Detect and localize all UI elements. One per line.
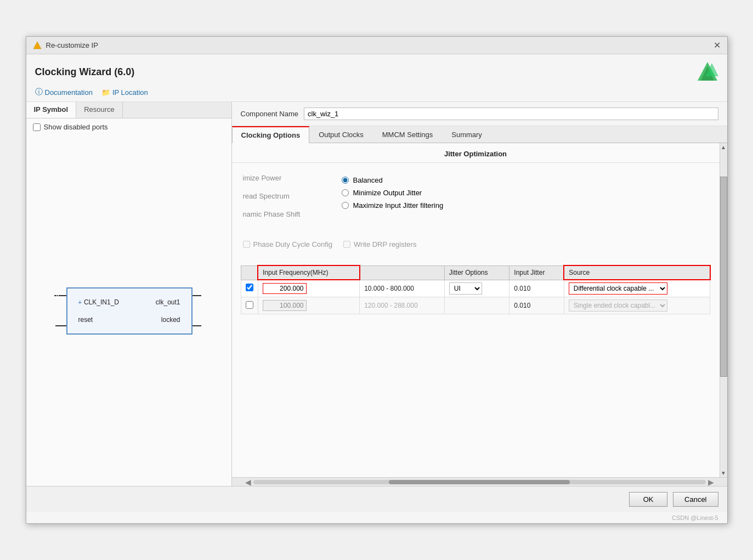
tab-body: Jitter Optimization imize Power read Spe… (232, 143, 727, 477)
data-table-section: Input Frequency(MHz) Jitter Options Inpu… (241, 265, 711, 314)
row2-checkbox[interactable] (246, 301, 253, 309)
h-scroll-thumb[interactable] (389, 480, 570, 484)
left-panel: IP Symbol Resource Show disabled ports (26, 102, 232, 486)
main-content: IP Symbol Resource Show disabled ports (26, 102, 727, 486)
tabs-bar: Clocking Options Output Clocks MMCM Sett… (232, 126, 727, 143)
show-disabled-label: Show disabled ports (44, 123, 108, 131)
main-window: Re-customize IP ✕ Clocking Wizard (6.0) … (26, 36, 728, 524)
ip-location-link[interactable]: 📁 IP Location (101, 87, 148, 97)
component-name-input[interactable] (304, 108, 718, 120)
toolbar-links: ⓘ Documentation 📁 IP Location (35, 87, 718, 97)
row1-jitter-opt: UI (444, 280, 509, 297)
row2-freq-input[interactable] (263, 300, 307, 311)
opt-spread-spectrum: read Spectrum (243, 192, 342, 200)
vivado-logo (697, 61, 718, 83)
scroll-left-arrow[interactable]: ◀ (243, 478, 253, 487)
col-checkbox (241, 265, 258, 280)
row1-freq-input[interactable] (263, 283, 307, 294)
row1-range: 10.000 - 800.000 (360, 280, 445, 297)
option-labels: imize Power read Spectrum namic Phase Sh… (243, 172, 342, 218)
title-bar-left: Re-customize IP (33, 41, 98, 50)
row1-freq-cell (258, 280, 360, 297)
tab-mmcm-settings[interactable]: MMCM Settings (373, 126, 442, 143)
window-title: Re-customize IP (46, 41, 98, 49)
tab-scrollable[interactable]: Jitter Optimization imize Power read Spe… (232, 143, 720, 477)
row2-input-jitter: 0.010 (509, 297, 564, 314)
scroll-thumb[interactable] (720, 177, 727, 377)
radio-balanced: Balanced (342, 176, 444, 184)
symbol-area: + CLK_IN1_D clk_out1 reset (26, 135, 231, 486)
window-header: Clocking Wizard (6.0) ⓘ Documentation 📁 … (26, 54, 727, 102)
radio-minimize-jitter: Minimize Output Jitter (342, 189, 444, 197)
component-name-row: Component Name (232, 102, 727, 126)
row2-source-select[interactable]: Single ended clock capabl... (569, 299, 667, 312)
component-name-label: Component Name (241, 110, 299, 118)
scroll-right-arrow[interactable]: ▶ (706, 478, 716, 487)
table-row: 120.000 - 288.000 0.010 Si (241, 297, 710, 314)
h-scrollbar[interactable] (253, 480, 706, 484)
bottom-buttons: OK Cancel (26, 486, 727, 512)
tab-resource[interactable]: Resource (76, 102, 123, 118)
radio-group: Balanced Minimize Output Jitter Maximize… (342, 172, 444, 218)
row2-range: 120.000 - 288.000 (360, 297, 445, 314)
left-tabs: IP Symbol Resource (26, 102, 231, 118)
right-panel: Component Name Clocking Options Output C… (232, 102, 727, 486)
col-input-freq: Input Frequency(MHz) (258, 265, 360, 280)
section-title: Jitter Optimization (232, 143, 720, 163)
row1-jitter-select[interactable]: UI (449, 282, 482, 295)
right-panel-inner: Component Name Clocking Options Output C… (232, 102, 727, 486)
svg-marker-0 (33, 42, 41, 49)
options-area: imize Power read Spectrum namic Phase Sh… (232, 165, 720, 218)
close-button[interactable]: ✕ (714, 41, 721, 50)
app-title: Clocking Wizard (6.0) (35, 66, 135, 78)
radio-maximize-jitter: Maximize Input Jitter filtering (342, 201, 444, 210)
tab-output-clocks[interactable]: Output Clocks (309, 126, 373, 143)
show-disabled-checkbox[interactable] (33, 123, 41, 131)
scroll-up-arrow[interactable]: ▲ (720, 143, 727, 151)
opt-minimize-power: imize Power (243, 174, 342, 182)
col-input-jitter: Input Jitter (509, 265, 564, 280)
row1-source-select[interactable]: Differential clock capable ... Single en… (569, 282, 667, 295)
radio-minimize-jitter-input[interactable] (342, 189, 349, 196)
row1-checkbox-cell (241, 280, 258, 297)
cancel-button[interactable]: Cancel (673, 492, 718, 507)
ok-button[interactable]: OK (629, 492, 667, 507)
row2-freq-cell (258, 297, 360, 314)
tab-clocking-options[interactable]: Clocking Options (232, 126, 310, 143)
show-disabled-row: Show disabled ports (26, 118, 231, 135)
clk-in1-row: + CLK_IN1_D clk_out1 (78, 298, 180, 306)
symbol-box: + CLK_IN1_D clk_out1 reset (66, 287, 193, 335)
opt-dynamic-phase: namic Phase Shift (243, 210, 342, 218)
radio-balanced-input[interactable] (342, 177, 349, 184)
tab-summary[interactable]: Summary (442, 126, 491, 143)
checkbox-section: Phase Duty Cycle Config Write DRP regist… (232, 235, 720, 254)
documentation-link[interactable]: ⓘ Documentation (35, 87, 93, 97)
vertical-scrollbar[interactable]: ▲ ▼ (720, 143, 727, 477)
title-bar: Re-customize IP ✕ (26, 37, 727, 54)
window-title-row: Clocking Wizard (6.0) (35, 61, 718, 83)
scroll-down-arrow[interactable]: ▼ (720, 469, 727, 477)
info-icon: ⓘ (35, 87, 43, 97)
write-drp-checkbox[interactable] (343, 241, 350, 248)
row1-source-cell: Differential clock capable ... Single en… (564, 280, 710, 297)
table-row: 10.000 - 800.000 UI 0.01 (241, 280, 710, 297)
folder-icon: 📁 (101, 88, 110, 97)
reset-row: reset locked (78, 316, 180, 324)
write-drp-row: Write DRP registers (343, 240, 416, 248)
phase-duty-checkbox[interactable] (243, 241, 250, 248)
tab-ip-symbol[interactable]: IP Symbol (26, 102, 77, 118)
input-freq-table: Input Frequency(MHz) Jitter Options Inpu… (241, 265, 711, 314)
row1-input-jitter: 0.010 (509, 280, 564, 297)
col-range (360, 265, 445, 280)
watermark: CSDN @Linest-5 (26, 512, 727, 523)
col-source: Source (564, 265, 710, 280)
radio-maximize-jitter-input[interactable] (342, 202, 349, 209)
phase-duty-cycle-row: Phase Duty Cycle Config (243, 240, 333, 248)
row2-jitter-opt (444, 297, 509, 314)
horizontal-scrollbar-area: ◀ ▶ (232, 477, 727, 486)
row1-checkbox[interactable] (246, 284, 253, 291)
col-jitter-options: Jitter Options (444, 265, 509, 280)
app-icon (33, 41, 42, 50)
row2-checkbox-cell (241, 297, 258, 314)
row2-source-cell: Single ended clock capabl... (564, 297, 710, 314)
